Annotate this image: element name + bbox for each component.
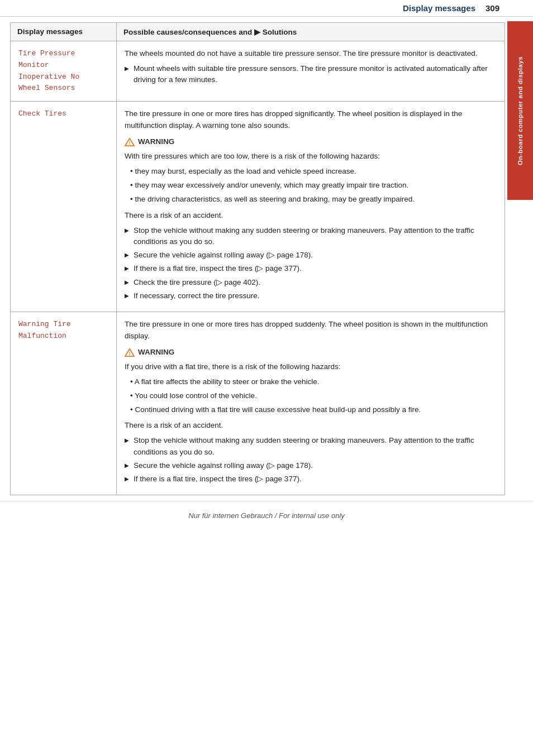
footer: Nur für internen Gebrauch / For internal… [0,501,533,525]
message-cell: Check Tires [11,102,117,312]
action-item: If there is a flat tire, inspect the tir… [125,263,497,274]
action-list: Stop the vehicle without making any sudd… [125,435,497,485]
bullet-item: the driving characteristics, as well as … [130,194,497,205]
action-item: Secure the vehicle against rolling away … [125,460,497,471]
bullet-item: they may burst, especially as the load a… [130,166,497,177]
desc-paragraph: The tire pressure in one or more tires h… [125,108,497,132]
display-table: Display messages Possible causes/consequ… [10,22,505,495]
header: Display messages 309 [0,0,533,17]
bullet-item: they may wear excessively and/or unevenl… [130,180,497,191]
svg-text:!: ! [129,351,131,357]
main-content: Display messages Possible causes/consequ… [10,17,505,495]
warning-intro: With tire pressures which are too low, t… [125,151,497,162]
table-row: Check TiresThe tire pressure in one or m… [11,102,505,312]
warning-triangle-icon: ! [125,137,135,147]
warning-label: WARNING [138,136,174,148]
description-cell: The wheels mounted do not have a suitabl… [117,41,505,102]
risk-statement: There is a risk of an accident. [125,210,497,222]
warning-box: !WARNINGIf you drive with a flat tire, t… [125,347,497,416]
bullet-item: Continued driving with a flat tire will … [130,404,497,415]
action-item: If necessary, correct the tire pressure. [125,290,497,302]
action-item: If there is a flat tire, inspect the tir… [125,473,497,485]
col1-header: Display messages [11,23,117,41]
description-cell: The tire pressure in one or more tires h… [117,312,505,495]
action-item: Mount wheels with suitable tire pressure… [125,63,497,86]
bullet-item: You could lose control of the vehicle. [130,390,497,401]
side-tab-label: On-board computer and displays [516,56,525,165]
action-item: Stop the vehicle without making any sudd… [125,225,497,248]
action-list: Stop the vehicle without making any sudd… [125,225,497,302]
desc-paragraph: The wheels mounted do not have a suitabl… [125,48,497,60]
action-item: Stop the vehicle without making any sudd… [125,435,497,458]
bullet-list: A flat tire affects the ability to steer… [130,376,497,416]
action-item: Check the tire pressure (▷ page 402). [125,277,497,288]
warning-label: WARNING [138,347,174,358]
footer-text: Nur für internen Gebrauch / For internal… [188,511,345,520]
warning-title: !WARNING [125,136,497,148]
table-row: Warning Tire MalfunctionThe tire pressur… [11,312,505,495]
risk-statement: There is a risk of an accident. [125,420,497,432]
warning-triangle-icon: ! [125,347,135,357]
svg-text:!: ! [129,141,131,146]
bullet-list: they may burst, especially as the load a… [130,166,497,205]
description-cell: The tire pressure in one or more tires h… [117,102,505,312]
action-list: Mount wheels with suitable tire pressure… [125,63,497,86]
warning-box: !WARNINGWith tire pressures which are to… [125,136,497,205]
side-tab: On-board computer and displays [507,21,533,200]
action-item: Secure the vehicle against rolling away … [125,250,497,261]
warning-title: !WARNING [125,347,497,358]
table-row: Tire Pressure Monitor Inoperative No Whe… [11,41,505,102]
warning-intro: If you drive with a flat tire, there is … [125,361,497,373]
header-page: 309 [486,3,499,13]
message-cell: Tire Pressure Monitor Inoperative No Whe… [11,41,117,102]
desc-paragraph: The tire pressure in one or more tires h… [125,319,497,342]
header-title: Display messages [403,3,475,13]
col2-header: Possible causes/consequences and ▶ Solut… [117,23,505,41]
bullet-item: A flat tire affects the ability to steer… [130,376,497,387]
message-cell: Warning Tire Malfunction [11,312,117,495]
